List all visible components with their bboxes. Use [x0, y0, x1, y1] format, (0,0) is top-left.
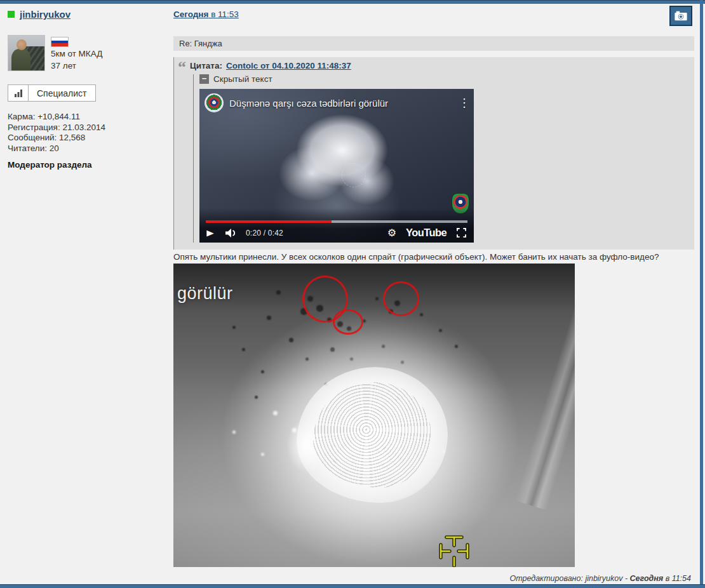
- user-info: 5км от МКАД 37 лет: [51, 37, 102, 71]
- post-content: Сегодня в 11:53 Re: Гянджа “ Цитата: Con…: [173, 0, 694, 588]
- thermal-strike-image: görülür: [173, 264, 575, 567]
- user-stats: Карма: +10,844.11 Регистрация: 21.03.201…: [8, 112, 105, 154]
- collapse-button[interactable]: −: [199, 74, 209, 84]
- volume-icon[interactable]: [225, 229, 236, 237]
- edited-time: в 11:54: [663, 574, 691, 583]
- post-comment-text: Опять мультики принесли. У всех осколков…: [173, 252, 695, 262]
- image-overlay-text: görülür: [177, 284, 233, 304]
- user-badges: Специалист: [8, 84, 96, 102]
- quote-label: Цитата:: [190, 61, 222, 70]
- video-title[interactable]: Düşmənə qarşı cəza tədbirləri görülür: [229, 98, 453, 109]
- quote-header: “ Цитата: Contolc от 04.10.2020 11:48:37: [178, 61, 689, 70]
- online-status-indicator: [8, 11, 15, 18]
- annotation-circle-3: [383, 281, 419, 316]
- username-link[interactable]: jinbiryukov: [20, 9, 70, 20]
- user-age: 37 лет: [51, 61, 102, 71]
- user-location: 5км от МКАД: [51, 49, 102, 59]
- play-button[interactable]: ▶: [206, 228, 214, 237]
- russia-flag-icon: [51, 37, 69, 47]
- bar-chart-icon: [14, 89, 23, 97]
- hidden-text-header: − Скрытый текст: [199, 74, 689, 84]
- timestamp-day: Сегодня: [173, 10, 208, 19]
- settings-button[interactable]: ⚙: [387, 227, 396, 239]
- hidden-text-section: − Скрытый текст Düşmənə qarşı cəza tədbi…: [193, 74, 689, 243]
- karma-stat: Карма: +10,844.11: [8, 112, 105, 123]
- avatar[interactable]: [8, 35, 45, 71]
- youtube-logo[interactable]: YouTube: [406, 227, 446, 239]
- fullscreen-button[interactable]: [457, 228, 466, 237]
- hidden-text-label: Скрытый текст: [213, 74, 272, 84]
- crosshair-reticle: [436, 532, 473, 567]
- video-menu-icon[interactable]: ⋮: [459, 96, 469, 110]
- buffer-ring: [342, 163, 366, 187]
- time-display: 0:20 / 0:42: [246, 229, 283, 237]
- road-streak: [515, 264, 575, 510]
- annotation-circle-2: [333, 309, 363, 335]
- avatar-head-decor: [17, 39, 27, 50]
- player-controls: ▶ 0:20 / 0:42 ⚙ YouTube: [199, 208, 474, 243]
- rank-badge-button[interactable]: Специалист: [28, 84, 96, 102]
- user-row: jinbiryukov: [8, 9, 70, 20]
- messages-stat: Сообщений: 12,568: [8, 133, 105, 144]
- edited-day: Сегодня: [630, 574, 664, 583]
- moderator-label: Модератор раздела: [8, 160, 92, 170]
- controls-row: ▶ 0:20 / 0:42 ⚙ YouTube: [199, 223, 474, 243]
- video-title-row: Düşmənə qarşı cəza tədbirləri görülür ⋮: [205, 93, 469, 112]
- registration-stat: Регистрация: 21.03.2014: [8, 123, 105, 133]
- youtube-player[interactable]: Düşmənə qarşı cəza tədbirləri görülür ⋮ …: [199, 89, 474, 243]
- avatar-torso-decor: [11, 49, 30, 71]
- post-timestamp-link[interactable]: Сегодня в 11:53: [173, 10, 239, 19]
- post-subject: Re: Гянджа: [173, 36, 694, 51]
- edited-prefix: Отредактировано: jinbiryukov -: [509, 574, 629, 583]
- author-sidebar: jinbiryukov 5км от МКАД 37 лет Специалис…: [8, 9, 168, 568]
- quote-block: “ Цитата: Contolc от 04.10.2020 11:48:37…: [173, 57, 694, 250]
- shrapnel-specks-light: [173, 264, 174, 264]
- edited-note: Отредактировано: jinbiryukov - Сегодня в…: [509, 574, 691, 583]
- channel-avatar[interactable]: [205, 93, 224, 112]
- explosion-blob: [297, 367, 448, 503]
- quote-source-link[interactable]: Contolc от 04.10.2020 11:48:37: [226, 61, 351, 70]
- readers-stat: Читатели: 20: [8, 144, 105, 154]
- quote-icon: “: [178, 63, 186, 72]
- timestamp-time: в 11:53: [208, 10, 238, 19]
- forum-post-page: jinbiryukov 5км от МКАД 37 лет Специалис…: [0, 0, 705, 588]
- user-activity-button[interactable]: [8, 84, 29, 102]
- page-right-border: [700, 0, 703, 588]
